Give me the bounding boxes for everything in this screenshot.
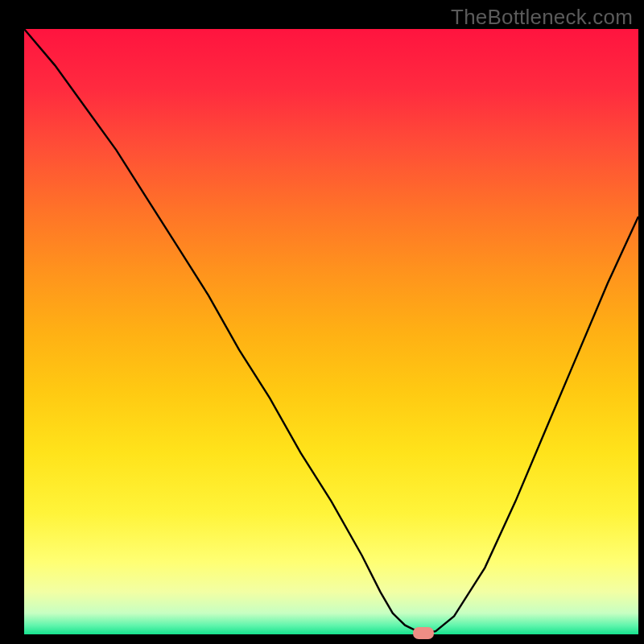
watermark-text: TheBottleneck.com xyxy=(451,5,633,30)
bottleneck-chart xyxy=(0,0,644,644)
chart-container: TheBottleneck.com xyxy=(0,0,644,644)
optimal-point-marker xyxy=(413,627,434,639)
plot-background xyxy=(24,29,638,634)
